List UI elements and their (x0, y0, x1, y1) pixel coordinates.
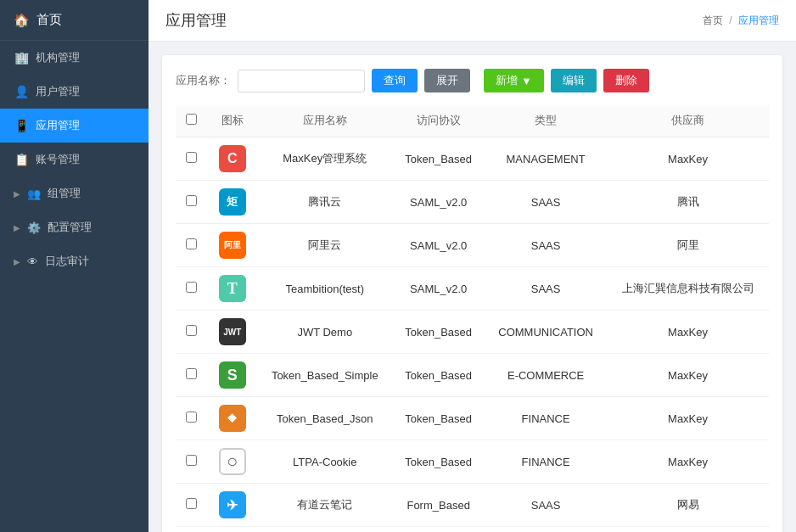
row-checkbox-cell[interactable] (176, 440, 207, 484)
sidebar-item-app[interactable]: 📱 应用管理 (0, 109, 149, 143)
row-icon-cell: 矩 (207, 181, 257, 224)
row-protocol: SAML_v2.0 (392, 181, 485, 224)
row-checkbox-cell[interactable] (176, 181, 207, 224)
row-type: COMMUNICATION (485, 311, 607, 354)
row-name: LTPA-Cookie (257, 440, 392, 484)
row-vendor: MaxKey (607, 440, 769, 484)
table-row: 矩 腾讯云 SAML_v2.0 SAAS 腾讯 (176, 181, 769, 224)
new-button-label: 新增 (496, 73, 518, 88)
row-icon-cell: ○ (207, 440, 257, 484)
row-checkbox-cell[interactable] (176, 137, 207, 181)
app-icon: 📱 (14, 119, 29, 132)
search-label: 应用名称： (176, 73, 231, 88)
group-icon: 👥 (27, 188, 41, 200)
row-type: SAAS (485, 267, 607, 311)
row-checkbox-cell[interactable] (176, 354, 207, 397)
col-checkbox (176, 104, 207, 137)
col-protocol: 访问协议 (392, 104, 485, 137)
sidebar-item-config-label: 配置管理 (48, 220, 92, 235)
sidebar-item-account[interactable]: 📋 账号管理 (0, 143, 149, 176)
app-icon-badge: C (219, 145, 246, 172)
reset-button[interactable]: 展开 (424, 69, 470, 92)
row-name: 网易163邮箱 (257, 527, 392, 533)
sidebar-item-user[interactable]: 👤 用户管理 (0, 75, 149, 109)
sidebar-logo: 🏠 首页 (0, 0, 149, 41)
row-checkbox[interactable] (186, 152, 197, 163)
row-icon-cell: T (207, 267, 257, 311)
search-input[interactable] (238, 70, 365, 92)
row-protocol: Token_Based (392, 311, 485, 354)
app-table: 图标 应用名称 访问协议 类型 供应商 C MaxKey管理系统 Token_B… (176, 104, 769, 532)
row-vendor: MaxKey (607, 311, 769, 354)
new-button[interactable]: 新增 ▼ (484, 69, 544, 92)
page-title: 应用管理 (165, 10, 227, 31)
row-icon-cell: ❖ (207, 397, 257, 440)
log-arrow: ▶ (14, 257, 20, 266)
row-checkbox-cell[interactable] (176, 397, 207, 440)
row-checkbox-cell[interactable] (176, 224, 207, 267)
row-checkbox[interactable] (186, 238, 197, 249)
row-type: E-COMMERCE (485, 354, 607, 397)
table-row: 易 网易163邮箱 Form_Based E-COMMERCE 网易 (176, 527, 769, 533)
query-button[interactable]: 查询 (372, 69, 418, 92)
row-icon-cell: C (207, 137, 257, 181)
row-checkbox[interactable] (186, 195, 197, 206)
org-icon: 🏢 (14, 51, 29, 64)
account-icon: 📋 (14, 153, 29, 166)
row-name: Token_Based_Json (257, 397, 392, 440)
row-name: 阿里云 (257, 224, 392, 267)
app-icon-badge: ✈ (219, 491, 246, 518)
sidebar-item-log-label: 日志审计 (45, 254, 89, 269)
row-type: E-COMMERCE (485, 527, 607, 533)
row-protocol: SAML_v2.0 (392, 267, 485, 311)
row-checkbox[interactable] (186, 455, 197, 466)
row-protocol: Token_Based (392, 137, 485, 181)
breadcrumb: 首页 / 应用管理 (703, 14, 779, 28)
sidebar-logo-label: 首页 (36, 12, 62, 28)
row-name: JWT Demo (257, 311, 392, 354)
row-vendor: MaxKey (607, 137, 769, 181)
row-checkbox-cell[interactable] (176, 527, 207, 533)
table-row: JWT JWT Demo Token_Based COMMUNICATION M… (176, 311, 769, 354)
row-name: Teambition(test) (257, 267, 392, 311)
row-checkbox[interactable] (186, 498, 197, 509)
breadcrumb-home[interactable]: 首页 (703, 14, 723, 26)
row-vendor: 网易 (607, 527, 769, 533)
sidebar-item-user-label: 用户管理 (36, 84, 80, 99)
row-name: Token_Based_Simple (257, 354, 392, 397)
delete-button[interactable]: 删除 (603, 69, 649, 92)
row-icon-cell: S (207, 354, 257, 397)
row-protocol: Token_Based (392, 397, 485, 440)
row-checkbox-cell[interactable] (176, 267, 207, 311)
row-type: MANAGEMENT (485, 137, 607, 181)
select-all-checkbox[interactable] (186, 114, 197, 125)
content: 应用名称： 查询 展开 新增 ▼ 编辑 删除 (149, 42, 796, 532)
row-protocol: Token_Based (392, 354, 485, 397)
sidebar-item-group[interactable]: ▶ 👥 组管理 (0, 176, 149, 210)
row-vendor: 网易 (607, 484, 769, 527)
row-vendor: 阿里 (607, 224, 769, 267)
sidebar-item-account-label: 账号管理 (36, 152, 80, 167)
app-icon-badge: S (219, 361, 246, 389)
table-row: ✈ 有道云笔记 Form_Based SAAS 网易 (176, 484, 769, 527)
sidebar-item-org[interactable]: 🏢 机构管理 (0, 41, 149, 75)
app-icon-badge: ❖ (219, 405, 246, 432)
toolbar: 应用名称： 查询 展开 新增 ▼ 编辑 删除 (176, 69, 769, 92)
row-checkbox[interactable] (186, 368, 197, 379)
table-row: ○ LTPA-Cookie Token_Based FINANCE MaxKey (176, 440, 769, 484)
header: 应用管理 首页 / 应用管理 (149, 0, 796, 42)
row-type: SAAS (485, 224, 607, 267)
group-arrow: ▶ (14, 189, 20, 199)
row-checkbox[interactable] (186, 412, 197, 423)
sidebar-item-config[interactable]: ▶ ⚙️ 配置管理 (0, 210, 149, 244)
row-checkbox[interactable] (186, 325, 197, 336)
edit-button[interactable]: 编辑 (551, 69, 597, 92)
sidebar-item-log[interactable]: ▶ 👁 日志审计 (0, 244, 149, 278)
config-arrow: ▶ (14, 223, 20, 232)
row-checkbox[interactable] (186, 282, 197, 293)
row-checkbox-cell[interactable] (176, 311, 207, 354)
log-icon: 👁 (27, 255, 38, 268)
table-row: 阿里 阿里云 SAML_v2.0 SAAS 阿里 (176, 224, 769, 267)
row-checkbox-cell[interactable] (176, 484, 207, 527)
sidebar-item-group-label: 组管理 (48, 186, 81, 201)
